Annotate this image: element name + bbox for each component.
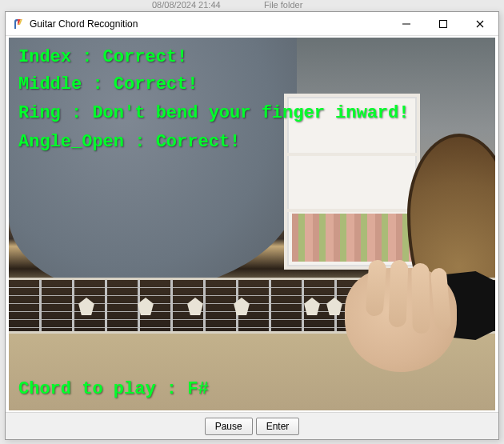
- window-title: Guitar Chord Recognition: [30, 18, 388, 30]
- svg-rect-1: [440, 20, 447, 27]
- feedback-line-ring: Ring : Don't bend your finger inward!: [18, 103, 409, 123]
- titlebar[interactable]: Guitar Chord Recognition: [6, 12, 498, 36]
- enter-button[interactable]: Enter: [256, 418, 300, 435]
- chord-to-play: Chord to play : F#: [18, 379, 209, 399]
- chord-value: F#: [187, 379, 208, 399]
- finger: [389, 260, 409, 328]
- app-window: Guitar Chord Recognition Index : Correct…: [5, 11, 499, 440]
- feedback-line-middle: Middle : Correct!: [18, 74, 198, 94]
- pause-button[interactable]: Pause: [205, 418, 253, 435]
- desktop-detail-date: 08/08/2024 21:44: [152, 0, 221, 10]
- feedback-line-angle_open: Angle_Open : Correct!: [18, 132, 240, 152]
- maximize-button[interactable]: [425, 12, 462, 36]
- control-bar: Pause Enter: [6, 412, 498, 439]
- desktop-detail-type: File folder: [264, 0, 302, 10]
- app-icon: [12, 18, 25, 30]
- minimize-button[interactable]: [388, 12, 425, 36]
- finger: [411, 263, 430, 334]
- svg-rect-0: [402, 23, 410, 24]
- chord-label: Chord to play :: [18, 379, 187, 399]
- feedback-line-index: Index : Correct!: [18, 47, 187, 67]
- video-feed: Index : Correct!Middle : Correct!Ring : …: [9, 38, 495, 410]
- close-button[interactable]: [462, 12, 498, 36]
